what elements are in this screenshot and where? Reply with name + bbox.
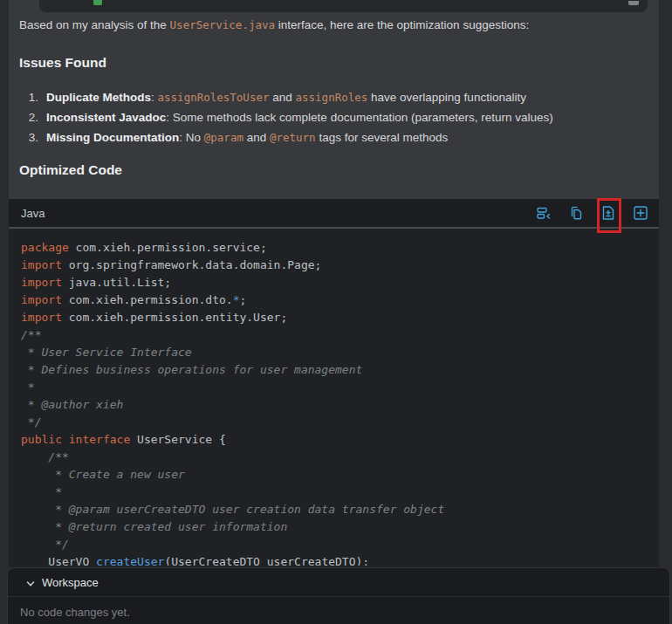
code-line: * — [21, 379, 659, 396]
code-line: public interface UserService { — [21, 431, 659, 449]
code-line: import org.springframework.data.domain.P… — [21, 257, 659, 274]
workspace-empty-text: No code changes yet. — [20, 606, 669, 619]
code-toolbar — [536, 205, 648, 221]
list-number: 3. — [19, 127, 38, 147]
code-language-label: Java — [21, 207, 45, 220]
list-item-text: Missing Documentation: No @param and @re… — [46, 131, 448, 144]
issues-list: 1.Duplicate Methods: assignRolesToUser a… — [19, 87, 639, 147]
list-item-text: Duplicate Methods: assignRolesToUser and… — [46, 91, 526, 104]
previous-element-fragment — [39, 0, 648, 12]
optimized-code-heading: Optimized Code — [19, 162, 122, 178]
code-content: package com.xieh.permission.service;impo… — [9, 229, 659, 566]
green-icon-fragment — [93, 0, 102, 5]
intro-text: Based on my analysis of the UserService.… — [19, 17, 639, 33]
code-line: * — [21, 483, 659, 501]
plus-square-icon[interactable] — [633, 205, 648, 221]
code-line: /** — [21, 449, 659, 466]
code-line: import com.xieh.permission.dto.*; — [21, 291, 659, 309]
chevron-down-icon[interactable] — [25, 577, 36, 587]
list-number: 1. — [19, 87, 38, 107]
code-block: Java — [9, 199, 659, 567]
insert-at-caret-icon[interactable] — [536, 205, 552, 221]
list-number: 2. — [19, 107, 38, 127]
list-item: 2.Inconsistent Javadoc: Some methods lac… — [19, 107, 639, 127]
list-item: 1.Duplicate Methods: assignRolesToUser a… — [19, 87, 639, 107]
workspace-header-toggle[interactable]: Workspace — [8, 568, 669, 597]
chat-message-area: Based on my analysis of the UserService.… — [9, 0, 659, 567]
code-line: * Defines business operations for user m… — [21, 361, 659, 379]
code-line: import java.util.List; — [21, 274, 659, 291]
workspace-panel: Workspace No code changes yet. — [7, 567, 670, 624]
code-line: * Create a new user — [21, 466, 659, 483]
code-line: import com.xieh.permission.entity.User; — [21, 309, 659, 326]
code-line: * @param userCreateDTO user creation dat… — [21, 501, 659, 518]
code-line: * @author xieh — [21, 396, 659, 414]
code-line: /** — [21, 326, 659, 344]
code-line: * User Service Interface — [21, 344, 659, 361]
workspace-title: Workspace — [42, 576, 99, 589]
code-line: package com.xieh.permission.service; — [21, 239, 659, 257]
copy-icon[interactable] — [568, 205, 584, 221]
code-line: */ — [21, 536, 659, 553]
code-line: UserVO createUser(UserCreateDTO userCrea… — [21, 553, 659, 566]
code-line: */ — [21, 414, 659, 431]
list-item-text: Inconsistent Javadoc: Some methods lack … — [46, 111, 553, 124]
code-block-header: Java — [9, 199, 659, 229]
issues-heading: Issues Found — [19, 55, 106, 71]
gray-icon-fragment — [628, 1, 639, 5]
code-line: * @return created user information — [21, 518, 659, 536]
new-file-diff-icon[interactable] — [600, 205, 616, 221]
list-item: 3.Missing Documentation: No @param and @… — [19, 127, 639, 147]
